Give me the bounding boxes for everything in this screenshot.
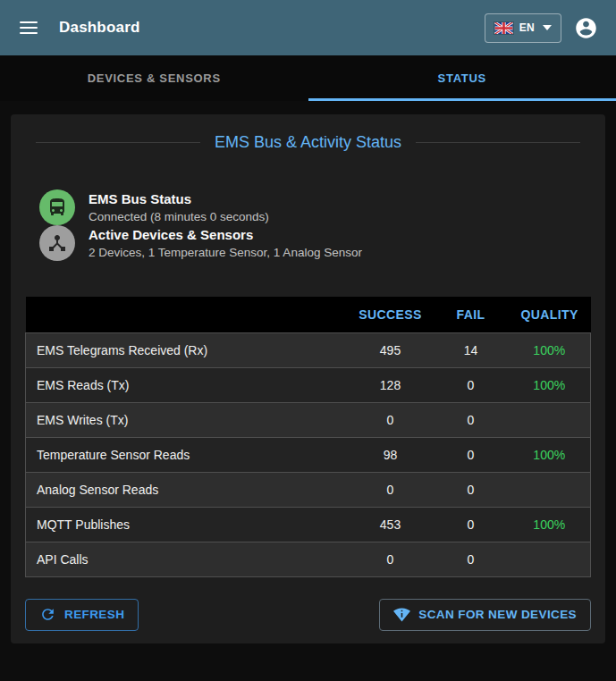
col-header-success: SUCCESS [348, 297, 434, 332]
row-label: MQTT Publishes [26, 507, 348, 542]
scan-devices-button[interactable]: SCAN FOR NEW DEVICES [379, 599, 591, 631]
account-circle-icon [574, 16, 598, 40]
row-success-value: 0 [348, 472, 434, 507]
row-success-value: 495 [348, 332, 434, 367]
table-row: API Calls00 [26, 542, 591, 576]
language-code: EN [519, 21, 535, 34]
card-actions: REFRESH SCAN FOR NEW DEVICES [25, 599, 591, 631]
activity-table: SUCCESS FAIL QUALITY EMS Telegrams Recei… [25, 297, 591, 577]
table-row: EMS Reads (Tx)1280100% [26, 367, 591, 402]
page-title: Dashboard [59, 19, 485, 37]
refresh-button-label: REFRESH [64, 608, 124, 621]
device-hub-avatar [39, 225, 75, 261]
hamburger-icon [20, 21, 38, 34]
col-header-quality: QUALITY [509, 297, 591, 332]
table-header-row: SUCCESS FAIL QUALITY [26, 297, 591, 332]
row-quality-value: 100% [509, 437, 591, 472]
row-quality-value: 100% [509, 332, 591, 367]
row-label: EMS Reads (Tx) [26, 367, 348, 402]
ems-bus-status-title: EMS Bus Status [89, 190, 269, 208]
menu-button[interactable] [11, 10, 46, 46]
row-success-value: 0 [348, 542, 434, 576]
row-label: EMS Writes (Tx) [26, 402, 348, 437]
row-quality-value [509, 542, 591, 576]
table-row: EMS Writes (Tx)00 [26, 402, 591, 437]
uk-flag-icon [494, 22, 513, 34]
row-quality-value [509, 402, 591, 437]
bus-avatar [39, 189, 75, 225]
col-header-fail: FAIL [434, 297, 509, 332]
scan-wifi-icon [393, 606, 410, 623]
tab-devices-sensors[interactable]: DEVICES & SENSORS [0, 55, 308, 101]
active-devices-value: 2 Devices, 1 Temperature Sensor, 1 Analo… [89, 244, 362, 261]
table-row: MQTT Publishes4530100% [26, 507, 591, 542]
row-success-value: 453 [348, 507, 434, 542]
card-title: EMS Bus & Activity Status [25, 132, 591, 152]
refresh-icon [39, 606, 56, 623]
chevron-down-icon [543, 25, 552, 30]
row-fail-value: 0 [434, 472, 509, 507]
row-success-value: 128 [348, 367, 434, 402]
table-row: Temperature Sensor Reads980100% [26, 437, 591, 472]
row-success-value: 0 [348, 402, 434, 437]
row-quality-value: 100% [509, 507, 591, 542]
row-fail-value: 0 [434, 507, 509, 542]
row-fail-value: 0 [434, 437, 509, 472]
row-quality-value [509, 472, 591, 507]
activity-table-body: EMS Telegrams Received (Rx)49514100%EMS … [26, 332, 591, 576]
row-fail-value: 0 [434, 402, 509, 437]
row-label: EMS Telegrams Received (Rx) [26, 332, 348, 367]
device-hub-icon [46, 232, 68, 254]
table-row: Analog Sensor Reads00 [26, 472, 591, 507]
account-button[interactable] [568, 10, 603, 46]
scan-devices-button-label: SCAN FOR NEW DEVICES [418, 608, 577, 621]
bus-icon [46, 197, 68, 218]
row-quality-value: 100% [509, 367, 591, 402]
tab-status[interactable]: STATUS [308, 55, 616, 101]
row-label: API Calls [26, 542, 348, 576]
col-header-blank [26, 297, 348, 332]
row-fail-value: 0 [434, 367, 509, 402]
table-row: EMS Telegrams Received (Rx)49514100% [26, 332, 591, 367]
row-success-value: 98 [348, 437, 434, 472]
row-fail-value: 14 [434, 332, 509, 367]
active-devices-item: Active Devices & Sensors 2 Devices, 1 Te… [39, 225, 591, 261]
row-fail-value: 0 [434, 542, 509, 576]
ems-bus-status-value: Connected (8 minutes 0 seconds) [89, 208, 269, 225]
row-label: Analog Sensor Reads [26, 472, 348, 507]
refresh-button[interactable]: REFRESH [25, 599, 139, 631]
status-card: EMS Bus & Activity Status EMS Bus Status… [11, 114, 605, 643]
active-devices-title: Active Devices & Sensors [89, 226, 362, 244]
tab-bar: DEVICES & SENSORS STATUS [0, 55, 616, 101]
language-selector[interactable]: EN [485, 13, 561, 43]
app-header: Dashboard EN [0, 0, 616, 55]
row-label: Temperature Sensor Reads [26, 437, 348, 472]
active-tab-indicator [308, 98, 616, 101]
ems-bus-status-item: EMS Bus Status Connected (8 minutes 0 se… [39, 189, 591, 225]
